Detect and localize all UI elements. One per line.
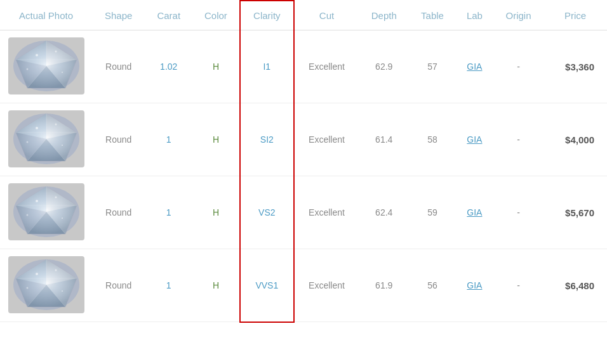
origin-cell: - xyxy=(493,103,544,176)
col-header-carat: Carat xyxy=(145,1,192,30)
origin-cell: - xyxy=(493,249,544,322)
col-header-price: Price xyxy=(544,1,607,30)
clarity-cell: VVS1 xyxy=(240,249,294,322)
origin-cell: - xyxy=(493,30,544,103)
depth-cell: 62.4 xyxy=(359,176,409,249)
svg-point-43 xyxy=(26,214,28,216)
cut-cell: Excellent xyxy=(294,176,359,249)
table-cell: 57 xyxy=(409,30,456,103)
svg-point-11 xyxy=(36,54,38,56)
photo-cell xyxy=(0,103,92,176)
svg-point-56 xyxy=(36,273,38,275)
color-cell: H xyxy=(192,30,240,103)
svg-point-26 xyxy=(36,127,38,129)
svg-point-59 xyxy=(62,290,63,292)
table-row: Round 1 H VVS1 Excellent 61.9 56 GIA - $… xyxy=(0,249,607,322)
lab-link[interactable]: GIA xyxy=(467,207,482,218)
lab-cell[interactable]: GIA xyxy=(456,249,493,322)
diamond-photo-4 xyxy=(8,256,84,313)
color-cell: H xyxy=(192,249,240,322)
price-cell: $6,480 xyxy=(544,249,607,322)
svg-point-44 xyxy=(62,218,63,219)
shape-cell: Round xyxy=(92,30,145,103)
depth-cell: 61.4 xyxy=(359,103,409,176)
color-cell: H xyxy=(192,103,240,176)
svg-point-14 xyxy=(62,72,63,73)
diamond-table: Actual Photo Shape Carat Color Clarity C… xyxy=(0,0,607,323)
lab-cell[interactable]: GIA xyxy=(456,176,493,249)
svg-point-42 xyxy=(55,196,57,198)
photo-cell xyxy=(0,249,92,322)
diamond-photo-3 xyxy=(8,183,84,240)
depth-cell: 62.9 xyxy=(359,30,409,103)
price-cell: $5,670 xyxy=(544,176,607,249)
table-header-row: Actual Photo Shape Carat Color Clarity C… xyxy=(0,1,607,30)
svg-point-41 xyxy=(36,200,38,202)
cut-cell: Excellent xyxy=(294,30,359,103)
col-header-color: Color xyxy=(192,1,240,30)
carat-cell: 1 xyxy=(145,103,192,176)
shape-cell: Round xyxy=(92,249,145,322)
diamond-photo-1 xyxy=(8,37,84,94)
lab-link[interactable]: GIA xyxy=(467,134,482,145)
cut-cell: Excellent xyxy=(294,249,359,322)
lab-link[interactable]: GIA xyxy=(467,62,482,72)
table-cell: 56 xyxy=(409,249,456,322)
svg-point-57 xyxy=(55,269,57,271)
svg-point-13 xyxy=(26,68,28,70)
table-cell: 59 xyxy=(409,176,456,249)
origin-cell: - xyxy=(493,176,544,249)
col-header-cut: Cut xyxy=(294,1,359,30)
col-header-table: Table xyxy=(409,1,456,30)
table-row: Round 1.02 H I1 Excellent 62.9 57 GIA - … xyxy=(0,30,607,103)
photo-cell xyxy=(0,30,92,103)
clarity-cell: VS2 xyxy=(240,176,294,249)
price-cell: $4,000 xyxy=(544,103,607,176)
lab-link[interactable]: GIA xyxy=(467,280,482,290)
price-cell: $3,360 xyxy=(544,30,607,103)
cut-cell: Excellent xyxy=(294,103,359,176)
shape-cell: Round xyxy=(92,103,145,176)
col-header-photo: Actual Photo xyxy=(0,1,92,30)
svg-point-27 xyxy=(55,123,57,125)
diamond-table-wrapper: Actual Photo Shape Carat Color Clarity C… xyxy=(0,0,607,323)
col-header-shape: Shape xyxy=(92,1,145,30)
col-header-lab: Lab xyxy=(456,1,493,30)
carat-cell: 1.02 xyxy=(145,30,192,103)
clarity-cell: I1 xyxy=(240,30,294,103)
table-row: Round 1 H SI2 Excellent 61.4 58 GIA - $4… xyxy=(0,103,607,176)
col-header-origin: Origin xyxy=(493,1,544,30)
table-row: Round 1 H VS2 Excellent 62.4 59 GIA - $5… xyxy=(0,176,607,249)
col-header-depth: Depth xyxy=(359,1,409,30)
lab-cell[interactable]: GIA xyxy=(456,30,493,103)
shape-cell: Round xyxy=(92,176,145,249)
col-header-clarity: Clarity xyxy=(240,1,294,30)
lab-cell[interactable]: GIA xyxy=(456,103,493,176)
carat-cell: 1 xyxy=(145,176,192,249)
photo-cell xyxy=(0,176,92,249)
diamond-photo-2 xyxy=(8,110,84,167)
svg-point-28 xyxy=(26,141,28,143)
svg-point-58 xyxy=(26,287,28,289)
depth-cell: 61.9 xyxy=(359,249,409,322)
carat-cell: 1 xyxy=(145,249,192,322)
table-cell: 58 xyxy=(409,103,456,176)
color-cell: H xyxy=(192,176,240,249)
svg-point-12 xyxy=(55,50,57,52)
clarity-cell: SI2 xyxy=(240,103,294,176)
svg-point-29 xyxy=(62,145,63,146)
